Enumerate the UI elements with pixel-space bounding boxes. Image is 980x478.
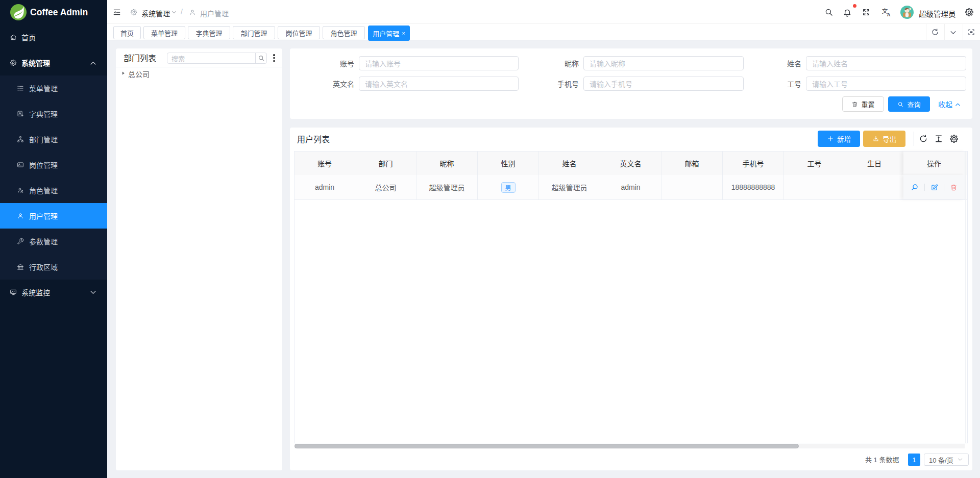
svg-text:A: A: [887, 12, 891, 17]
